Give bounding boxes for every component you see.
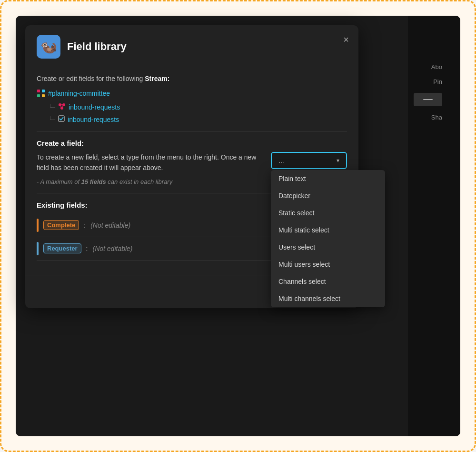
dropdown-item-channels-select[interactable]: Channels select	[271, 273, 385, 290]
create-field-description: To create a new field, select a type fro…	[37, 152, 263, 173]
stream-description: Create or edit fields for the following …	[37, 75, 347, 82]
sidebar-labels: Abo Pin Sha	[414, 63, 442, 121]
workflow-dots-icon	[58, 102, 66, 110]
create-field-title: Create a field:	[37, 139, 347, 147]
dropdown-item-multi-channels-select[interactable]: Multi channels select	[271, 290, 385, 307]
field-not-editable-0: (Not editable)	[90, 221, 130, 229]
svg-rect-2	[37, 94, 40, 97]
right-sidebar: Abo Pin Sha	[408, 16, 460, 436]
field-bar-complete	[37, 219, 39, 232]
slack-hash-icon	[37, 89, 45, 98]
channel-name: #planning-committee	[48, 90, 110, 97]
tree-link-1[interactable]: inbound-requests	[58, 115, 119, 123]
dropdown-item-users-select[interactable]: Users select	[271, 239, 385, 256]
otter-icon: 🦦	[40, 39, 57, 55]
create-field-row: To create a new field, select a type fro…	[37, 152, 347, 185]
slack-logo-icon	[37, 89, 45, 98]
field-type-select-wrapper: ... ▾ Plain text Datepicker Static selec…	[271, 152, 347, 169]
field-bar-requester	[37, 242, 39, 255]
field-not-editable-1: (Not editable)	[92, 245, 132, 252]
checkbox-icon-1	[58, 115, 65, 123]
sidebar-label-abo: Abo	[414, 63, 442, 70]
tree-link-0[interactable]: inbound-requests	[58, 102, 120, 111]
field-library-modal: 🦦 Field library × Create or edit fields …	[25, 25, 358, 308]
max-fields-note: - A maximum of 15 fields can exist in ea…	[37, 178, 263, 185]
svg-rect-3	[42, 94, 45, 97]
field-type-select-button[interactable]: ... ▾	[271, 152, 347, 169]
select-placeholder: ...	[278, 157, 284, 164]
create-field-content: To create a new field, select a type fro…	[37, 152, 263, 185]
channel-link[interactable]: #planning-committee	[37, 89, 347, 98]
divider-1	[37, 131, 347, 131]
tree-link-label-0: inbound-requests	[69, 103, 120, 111]
modal-header: 🦦 Field library ×	[25, 25, 358, 66]
checkbox-icon	[58, 115, 65, 122]
svg-rect-0	[37, 90, 40, 92]
dropdown-item-datepicker[interactable]: Datepicker	[271, 187, 385, 204]
button-bar-icon	[423, 99, 433, 100]
svg-rect-1	[42, 90, 45, 92]
tree-link-label-1: inbound-requests	[68, 116, 119, 123]
dropdown-item-multi-users-select[interactable]: Multi users select	[271, 256, 385, 273]
modal-title: Field library	[67, 40, 127, 53]
tree-indent-1: └─	[48, 116, 54, 123]
outer-wrapper: Abo Pin Sha 🦦 Field library × Create or …	[0, 0, 476, 452]
field-colon-0: :	[84, 221, 86, 229]
dropdown-item-plain-text[interactable]: Plain text	[271, 170, 385, 187]
tree-item-0: └─ inbound-requests	[48, 102, 347, 111]
sidebar-action-button[interactable]	[414, 93, 442, 106]
modal-logo: 🦦	[37, 35, 60, 59]
field-type-dropdown-menu: Plain text Datepicker Static select Mult…	[271, 170, 385, 307]
sidebar-label-pin: Pin	[414, 78, 442, 85]
field-tag-requester: Requester	[43, 243, 81, 253]
field-tag-complete: Complete	[43, 220, 79, 230]
tree-indent-0: └─	[48, 104, 54, 110]
dropdown-item-static-select[interactable]: Static select	[271, 204, 385, 221]
svg-rect-10	[59, 116, 64, 121]
field-colon-1: :	[86, 245, 88, 252]
modal-body: Create or edit fields for the following …	[25, 66, 358, 270]
modal-close-button[interactable]: ×	[343, 35, 349, 44]
workflow-icon-0	[58, 102, 66, 111]
dropdown-item-multi-static-select[interactable]: Multi static select	[271, 221, 385, 239]
sidebar-label-sha: Sha	[414, 114, 442, 121]
tree-item-1: └─ inbound-requests	[48, 115, 347, 123]
chevron-down-icon: ▾	[337, 157, 339, 164]
